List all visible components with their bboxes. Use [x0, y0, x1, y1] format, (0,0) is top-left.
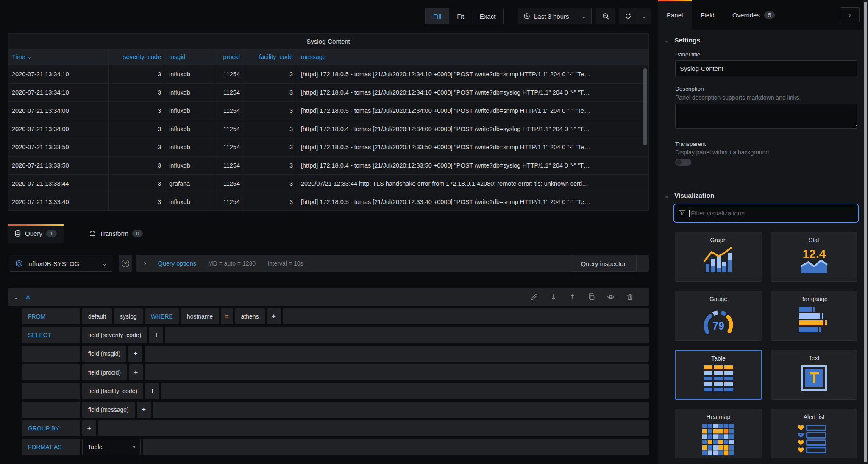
time-range-picker[interactable]: Last 3 hours ⌄ — [518, 8, 592, 24]
viz-card-alert-list[interactable]: Alert list — [771, 409, 857, 458]
format-as-select[interactable]: Table ▾ — [82, 439, 141, 455]
datasource-picker[interactable]: InfluxDB-SYSLOG ⌄ — [10, 255, 112, 272]
collapse-chevron-icon: ⌄ — [665, 37, 669, 44]
column-header[interactable]: Time⌄ — [8, 49, 109, 65]
viz-card-heatmap[interactable]: Heatmap — [675, 409, 762, 458]
add-field-part-button[interactable]: + — [145, 383, 159, 399]
tab-transform[interactable]: Transform 0 — [82, 224, 150, 243]
where-keyword[interactable]: WHERE — [145, 308, 179, 324]
sidebar-tabbar: Panel Field Overrides 5 › — [658, 0, 863, 30]
sidebar-collapse-button[interactable]: › — [840, 7, 860, 22]
select-keyword[interactable] — [22, 402, 80, 418]
viz-card-text[interactable]: Text T — [771, 350, 857, 400]
select-field-segment[interactable]: field (severity_code) — [82, 327, 147, 343]
viz-card-table[interactable]: Table — [675, 350, 762, 400]
chevron-down-icon: ⌄ — [581, 14, 586, 19]
heatmap-icon — [702, 424, 734, 456]
select-keyword[interactable] — [22, 364, 80, 380]
stat-icon: 12.4 — [798, 247, 831, 274]
collapse-chevron-icon: ⌄ — [665, 193, 669, 199]
edit-pencil-icon[interactable] — [531, 293, 538, 301]
measurement-segment[interactable]: syslog — [114, 308, 143, 324]
table-cell: 11254 — [216, 175, 244, 193]
size-mode-fit-button[interactable]: Fit — [449, 8, 472, 24]
transform-count-badge: 0 — [132, 230, 143, 237]
table-cell: influxdb — [165, 120, 216, 138]
add-field-part-button[interactable]: + — [129, 364, 143, 380]
viz-card-bar-gauge[interactable]: Bar gauge — [771, 291, 857, 341]
table-scrollbar[interactable] — [643, 68, 647, 145]
select-keyword[interactable] — [22, 383, 80, 399]
table-row: 2020-07-21 13:33:503influxdb112543[httpd… — [8, 138, 648, 156]
settings-section-header[interactable]: ⌄ Settings — [665, 36, 700, 44]
retention-policy-segment[interactable]: default — [82, 308, 112, 324]
viz-card-stat[interactable]: Stat 12.4 — [771, 232, 857, 282]
copy-icon[interactable] — [588, 293, 595, 301]
group-by-keyword[interactable]: GROUP BY — [22, 420, 80, 436]
select-row: field (facility_code)+ — [22, 383, 649, 399]
interval-value: Interval = 10s — [267, 260, 303, 267]
move-up-icon[interactable] — [569, 293, 576, 301]
visualization-section-header[interactable]: ⌄ Visualization — [665, 192, 714, 199]
tab-query-label: Query — [25, 230, 42, 237]
column-header[interactable]: severity_code — [109, 49, 165, 65]
format-as-keyword[interactable]: FORMAT AS — [22, 439, 80, 455]
syslog-table-panel: Syslog-Content Time⌄severity_codemsgidpr… — [8, 33, 649, 211]
add-group-by-button[interactable]: + — [82, 420, 96, 436]
trash-icon[interactable] — [626, 293, 634, 301]
datasource-help-button[interactable]: ? — [119, 255, 132, 272]
select-field-segment[interactable]: field (msgid) — [82, 346, 126, 362]
add-condition-button[interactable]: + — [267, 308, 281, 324]
size-mode-exact-button[interactable]: Exact — [472, 8, 504, 24]
select-keyword[interactable]: SELECT — [22, 327, 80, 343]
tab-panel[interactable]: Panel — [658, 0, 692, 30]
where-tag-segment[interactable]: hostname — [181, 308, 219, 324]
tab-field[interactable]: Field — [692, 0, 723, 30]
tab-query[interactable]: Query 1 — [8, 224, 64, 243]
from-keyword[interactable]: FROM — [22, 308, 80, 324]
add-field-part-button[interactable]: + — [137, 402, 151, 418]
viz-card-graph[interactable]: Graph — [675, 232, 762, 282]
select-keyword[interactable] — [22, 346, 80, 362]
column-header[interactable]: procid — [216, 49, 244, 65]
column-header[interactable]: message — [297, 49, 648, 65]
add-field-part-button[interactable]: + — [149, 327, 163, 343]
clock-icon — [523, 13, 530, 20]
visualization-filter-input[interactable] — [689, 210, 853, 217]
column-header[interactable]: msgid — [165, 49, 216, 65]
query-options-toggle[interactable]: Query options — [158, 260, 196, 267]
panel-title-input[interactable] — [675, 60, 857, 76]
collapse-chevron-icon[interactable]: ⌄ — [14, 294, 18, 300]
query-row-header[interactable]: ⌄ A — [8, 288, 649, 306]
move-down-icon[interactable] — [550, 293, 557, 301]
table-icon — [704, 365, 733, 392]
select-field-segment[interactable]: field (procid) — [82, 364, 127, 380]
panel-title[interactable]: Syslog-Content — [8, 34, 648, 49]
column-header[interactable]: facility_code — [244, 49, 297, 65]
visualization-filter — [673, 204, 859, 223]
tab-transform-label: Transform — [100, 230, 128, 237]
eye-icon[interactable] — [607, 293, 615, 301]
size-mode-fill-button[interactable]: Fill — [426, 8, 449, 24]
select-field-segment[interactable]: field (message) — [82, 402, 135, 418]
table-cell: 3 — [109, 65, 165, 83]
refresh-interval-dropdown[interactable]: ⌄ — [637, 8, 651, 24]
transparent-toggle[interactable] — [675, 159, 691, 166]
where-operator-segment[interactable]: = — [221, 308, 233, 324]
query-inspector-button[interactable]: Query inspector — [570, 255, 637, 272]
table-cell: 2020-07-21 13:33:44 — [8, 175, 109, 193]
table-cell: 11254 — [216, 157, 244, 174]
table-cell: influxdb — [165, 157, 216, 174]
row-filler — [145, 346, 649, 362]
time-range-label: Last 3 hours — [534, 13, 569, 20]
where-value-segment[interactable]: athens — [235, 308, 265, 324]
sidebar-scrollbar-thumb[interactable] — [864, 2, 867, 462]
tab-overrides[interactable]: Overrides 5 — [723, 0, 784, 30]
viz-card-gauge[interactable]: Gauge 79 — [675, 291, 762, 341]
zoom-out-button[interactable] — [596, 8, 615, 24]
table-row: 2020-07-21 13:33:403influxdb112543[httpd… — [8, 193, 648, 211]
refresh-button[interactable] — [619, 8, 637, 24]
select-field-segment[interactable]: field (facility_code) — [82, 383, 143, 399]
description-textarea[interactable] — [675, 104, 857, 129]
add-field-part-button[interactable]: + — [128, 346, 142, 362]
